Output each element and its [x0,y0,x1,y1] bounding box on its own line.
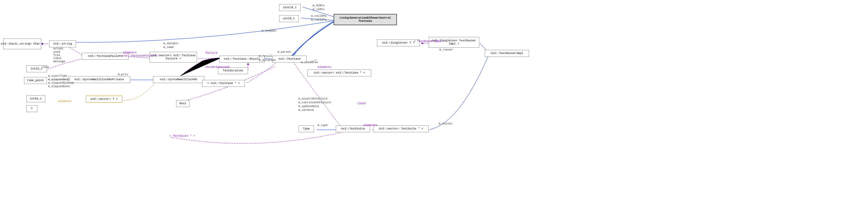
label-m-cell0Pa: m_cell0Pa [311,14,327,18]
label-m-name: m_name [163,46,174,49]
edges-svg [0,0,868,198]
label-m-dataDir: m_dataDir [163,42,179,45]
label-ns3-testcasefailure: < ns3::TestCaseFailure > [119,54,160,57]
label-m-runner: m_runner [439,48,453,51]
label-failure: failure [205,51,217,55]
label-testRunnerImpl: < TestRunnerImpl > [414,40,444,43]
diagram-container: std::basic_string< Char > std::string in… [0,0,868,198]
label-m-startTime: m_startTime [48,75,67,78]
label-childrenFailed: childrenFailed [205,66,229,69]
label-actual: actual [53,47,63,50]
label-m-assertOnFailure: m_assertOnFailure [299,97,328,101]
node-vector-TestCase-ptr: std::vector< ns3::TestCase * > [307,70,371,76]
label-m-children: m_children [301,61,318,64]
label-m-ulMcs: m_ulMcs [313,8,325,11]
label-line: line [42,66,49,69]
node-T: T [26,105,37,112]
node-uint16-t: uint16_t [279,4,301,11]
node-Type: Type [299,125,314,132]
label-m-result: m_result [259,55,273,58]
label-m-cell1Pa: m_cell1Pa [311,18,327,22]
node-TestCaseResult: ns3::TestCase::Result [220,55,265,63]
node-std-basic-string: std::basic_string< Char > [3,39,41,49]
label-m-verbose: m_verbose [299,109,314,112]
label-clock: clock [357,102,366,105]
node-TestRunnerImpl: ns3::TestRunnerImpl [485,50,529,57]
node-TestCase-ptr: < ns3::TestCase * > [202,80,245,87]
label-m-dlMcs: m_dlMcs [313,4,325,7]
label-elements-failure: elements [123,51,136,54]
label-m-tempDir: m_tempDir [262,29,277,33]
label-m-duration: m_duration [259,59,276,62]
label-m-updateData: m_updateData [299,105,319,108]
node-time-point: time_point [24,77,47,84]
node-vector-TestSuite-ptr: std::vector< TestSuite * > [373,125,429,132]
label-m-suites: m_suites [439,122,453,125]
node-std-string: std::string [49,40,76,47]
label-m-parent: m_parent [278,50,291,54]
label-file: file [53,54,60,57]
node-Singleton-T: ns3::Singleton< T > [377,39,420,46]
label-m-type: m_type [317,124,328,127]
node-bool: bool [176,100,189,107]
label-cond: cond [53,50,60,54]
label-m-elapsedUser: m_elapsedUser [48,85,70,88]
label-limit: limit [53,57,62,60]
node-SystemWallClockMsPrivate: ns3::SystemWallClockMsPrivate [68,76,130,83]
label-elements-vector: elements [58,100,71,103]
label-m-priv: m_priv [118,73,128,76]
label-m-elapsedSystem: m_elapsedSystem [48,81,74,85]
node-SystemWallClockMs: ns3::SystemWallClockMs [153,76,204,83]
label-elements-suite: elements [364,124,377,127]
label-testSuite-ptr: < TestSuite * > [169,134,195,138]
label-elements-testcase: elements [318,66,331,69]
node-LteCqiGeneration: LteCqiGenerationDlPowerControlTestCase [334,14,397,25]
node-std-vector-T: std::vector< T > [86,96,122,103]
label-m-continueOnFailure: m_continueOnFailure [299,101,331,104]
label-message: message [53,60,65,63]
label-m-elapsedReal: m_elapsedReal [48,78,70,81]
node-uint8-t: uint8_t [279,15,299,22]
node-int64-t: int64_t [26,95,45,102]
